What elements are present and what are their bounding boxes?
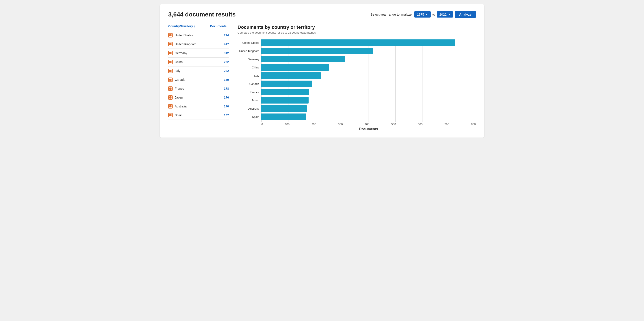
country-name: Australia: [175, 104, 186, 108]
table-row[interactable]: Germany 312: [168, 49, 229, 58]
x-ticks-container: 0100200300400500600700800: [261, 122, 476, 126]
country-icon: [168, 33, 172, 38]
country-icon-inner: [169, 43, 172, 45]
country-name: United Kingdom: [175, 42, 196, 46]
table-row[interactable]: Japan 176: [168, 93, 229, 102]
table-row[interactable]: China 252: [168, 58, 229, 66]
bar-label: China: [238, 64, 261, 70]
bars-inner: [261, 40, 476, 120]
chart-plot: [261, 40, 476, 122]
table-row[interactable]: France 178: [168, 84, 229, 93]
x-tick: 600: [418, 122, 423, 126]
bar-row: [261, 105, 476, 112]
row-left: France: [168, 86, 184, 91]
bar-fill: [261, 89, 309, 95]
country-icon-inner: [169, 88, 172, 90]
row-left: Spain: [168, 113, 182, 118]
doc-count: 252: [224, 60, 229, 64]
country-icon: [168, 104, 172, 108]
country-icon-inner: [169, 79, 172, 81]
bar-row: [261, 56, 476, 62]
year-from-value: 1975: [417, 12, 424, 16]
chevron-down-icon: ▼: [426, 13, 428, 16]
country-table: Country/Territory ↑ Documents ↓ United S…: [168, 24, 229, 131]
page-title: 3,644 document results: [168, 11, 236, 18]
doc-count: 167: [224, 114, 229, 117]
gridline-v: [476, 40, 476, 122]
country-name: France: [175, 87, 184, 90]
x-axis-label: Documents: [261, 127, 476, 131]
country-name: Spain: [175, 114, 182, 117]
x-tick: 800: [471, 122, 476, 126]
country-icon-inner: [169, 96, 172, 98]
x-axis-spacer: [238, 122, 261, 126]
col-country-header[interactable]: Country/Territory ↑: [168, 24, 195, 28]
bar-row: [261, 64, 476, 70]
doc-count: 312: [224, 51, 229, 55]
chart-title: Documents by country or territory: [238, 24, 476, 30]
year-range-label: Select year range to analyze:: [370, 12, 412, 16]
table-row[interactable]: Italy 222: [168, 66, 229, 76]
row-left: China: [168, 60, 183, 64]
x-tick: 700: [444, 122, 449, 126]
header-row: 3,644 document results Select year range…: [168, 11, 476, 18]
table-row[interactable]: Spain 167: [168, 111, 229, 120]
country-icon: [168, 86, 172, 91]
analyze-button[interactable]: Analyze: [455, 11, 476, 18]
row-left: Germany: [168, 51, 187, 55]
bar-row: [261, 72, 476, 79]
to-label: to: [432, 12, 435, 16]
table-row[interactable]: Australia 170: [168, 102, 229, 111]
table-row[interactable]: Canada 189: [168, 76, 229, 84]
x-tick: 500: [391, 122, 396, 126]
row-left: Japan: [168, 95, 183, 100]
main-content: Country/Territory ↑ Documents ↓ United S…: [168, 24, 476, 131]
bar-label: Germany: [238, 56, 261, 62]
doc-count: 189: [224, 78, 229, 82]
x-tick: 0: [261, 122, 263, 126]
country-icon-inner: [169, 70, 172, 72]
bar-label: France: [238, 89, 261, 95]
year-range-control: Select year range to analyze: 1975 ▼ to …: [370, 11, 476, 18]
bar-row: [261, 89, 476, 95]
page-container: 3,644 document results Select year range…: [160, 4, 484, 138]
chart-wrapper: United StatesUnited KingdomGermanyChinaI…: [238, 40, 476, 131]
chart-bars-area: United StatesUnited KingdomGermanyChinaI…: [238, 40, 476, 126]
bar-label: Canada: [238, 80, 261, 87]
col-docs-header[interactable]: Documents ↓: [210, 24, 229, 28]
row-left: Canada: [168, 78, 185, 82]
chevron-down-icon: ▼: [448, 13, 450, 16]
bar-row: [261, 114, 476, 120]
country-icon-inner: [169, 52, 172, 54]
country-icon-inner: [169, 105, 172, 108]
bar-label: Spain: [238, 114, 261, 120]
table-header: Country/Territory ↑ Documents ↓: [168, 24, 229, 30]
table-row[interactable]: United States 724: [168, 31, 229, 40]
country-icon-inner: [169, 34, 172, 36]
bar-row: [261, 97, 476, 104]
bar-fill: [261, 114, 306, 120]
x-axis-area: 0100200300400500600700800: [238, 122, 476, 126]
doc-count: 178: [224, 87, 229, 90]
country-icon-inner: [169, 61, 172, 63]
year-to-select[interactable]: 2022 ▼: [437, 11, 453, 18]
bar-fill: [261, 72, 321, 79]
row-left: Italy: [168, 69, 180, 73]
country-icon: [168, 113, 172, 118]
bar-fill: [261, 48, 373, 54]
country-name: Italy: [175, 69, 180, 72]
bar-label: Japan: [238, 97, 261, 104]
country-name: Germany: [175, 51, 187, 55]
table-row[interactable]: United Kingdom 417: [168, 40, 229, 49]
year-from-select[interactable]: 1975 ▼: [414, 11, 430, 18]
country-name: Japan: [175, 96, 183, 99]
bar-row: [261, 40, 476, 46]
doc-count: 170: [224, 104, 229, 108]
country-name: China: [175, 60, 183, 64]
x-tick: 200: [312, 122, 316, 126]
bar-label: Australia: [238, 105, 261, 112]
x-tick: 300: [338, 122, 343, 126]
x-tick: 400: [365, 122, 370, 126]
country-icon: [168, 51, 172, 55]
country-icon: [168, 69, 172, 73]
